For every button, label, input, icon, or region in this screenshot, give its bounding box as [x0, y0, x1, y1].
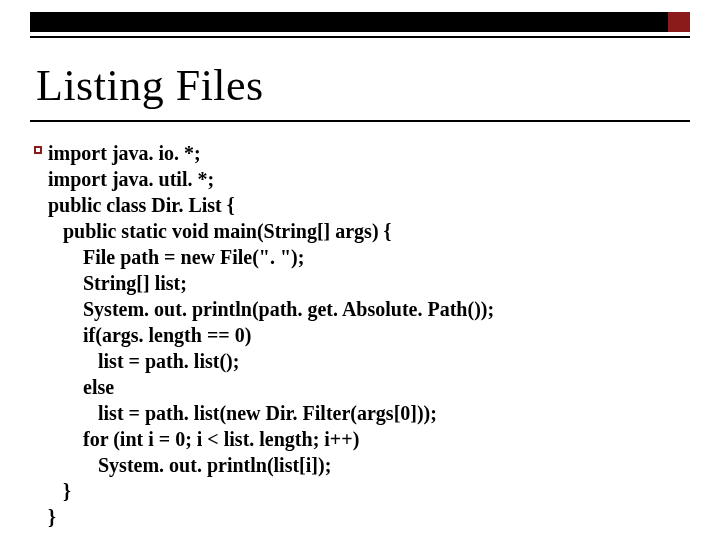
title-underline	[30, 120, 690, 122]
code-block: import java. io. *; import java. util. *…	[48, 140, 680, 530]
header-accent	[668, 12, 690, 32]
slide: Listing Files import java. io. *; import…	[0, 0, 720, 540]
code-line: list = path. list();	[48, 350, 239, 372]
code-line: System. out. println(path. get. Absolute…	[48, 298, 494, 320]
code-line: }	[48, 480, 71, 502]
code-line: }	[48, 506, 56, 528]
header-underline	[30, 36, 690, 38]
slide-title: Listing Files	[36, 60, 264, 111]
code-line: import java. io. *;	[48, 142, 201, 164]
code-line: import java. util. *;	[48, 168, 214, 190]
bullet-icon	[34, 146, 42, 154]
code-line: for (int i = 0; i < list. length; i++)	[48, 428, 359, 450]
code-line: public static void main(String[] args) {	[48, 220, 391, 242]
code-line: File path = new File(". ");	[48, 246, 304, 268]
code-line: String[] list;	[48, 272, 187, 294]
code-line: if(args. length == 0)	[48, 324, 251, 346]
code-line: list = path. list(new Dir. Filter(args[0…	[48, 402, 437, 424]
code-line: else	[48, 376, 114, 398]
header-bar	[30, 12, 690, 32]
code-line: public class Dir. List {	[48, 194, 235, 216]
code-line: System. out. println(list[i]);	[48, 454, 331, 476]
